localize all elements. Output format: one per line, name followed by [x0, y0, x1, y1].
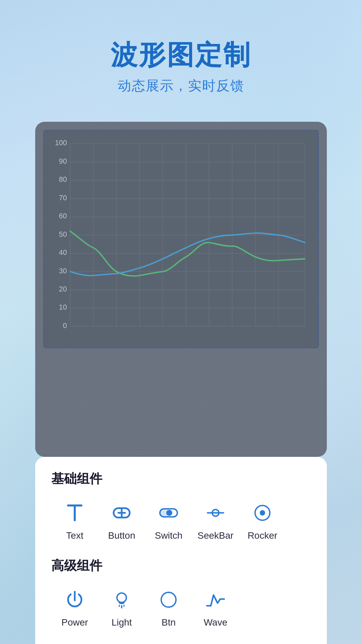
wave-icon: [202, 586, 229, 613]
component-button[interactable]: Button: [98, 499, 145, 541]
svg-text:90: 90: [59, 157, 67, 165]
button-label: Button: [108, 530, 135, 541]
basic-section-title: 基础组件: [51, 470, 311, 487]
subtitle: 动态展示，实时反馈: [111, 76, 251, 95]
text-icon: [61, 499, 88, 526]
component-btn[interactable]: Btn: [145, 586, 192, 628]
component-seekbar[interactable]: SeekBar: [192, 499, 239, 541]
component-switch[interactable]: Switch: [145, 499, 192, 541]
bottom-panel: 基础组件 Text Button: [35, 457, 327, 644]
text-label: Text: [66, 530, 83, 541]
button-icon: [108, 499, 135, 526]
chart-svg: 100 90 80 70 60 50 40 30 20 10 0: [51, 137, 311, 339]
btn-icon: [155, 586, 182, 613]
light-icon: [108, 586, 135, 613]
seekbar-icon: [202, 499, 229, 526]
component-text[interactable]: Text: [51, 499, 98, 541]
chart-inner: 100 90 80 70 60 50 40 30 20 10 0: [43, 130, 319, 348]
svg-text:20: 20: [59, 285, 67, 293]
svg-point-45: [260, 510, 265, 516]
component-wave[interactable]: Wave: [192, 586, 239, 628]
switch-label: Switch: [155, 530, 182, 541]
svg-point-41: [166, 510, 172, 516]
svg-text:10: 10: [59, 303, 67, 311]
rocker-label: Rocker: [248, 530, 278, 541]
power-icon: [61, 586, 88, 613]
component-light[interactable]: Light: [98, 586, 145, 628]
chart-card: 100 90 80 70 60 50 40 30 20 10 0: [35, 122, 327, 457]
wave-label: Wave: [204, 617, 228, 628]
svg-text:40: 40: [59, 249, 67, 257]
rocker-icon: [249, 499, 276, 526]
svg-point-47: [117, 593, 126, 602]
header: 波形图定制 动态展示，实时反馈: [111, 40, 251, 95]
advanced-component-row: Power Light Btn: [51, 586, 311, 628]
svg-point-51: [161, 592, 176, 607]
svg-text:100: 100: [55, 139, 67, 147]
svg-text:80: 80: [59, 175, 67, 183]
main-title: 波形图定制: [111, 40, 251, 70]
svg-rect-0: [51, 137, 311, 339]
light-label: Light: [112, 617, 132, 628]
component-power[interactable]: Power: [51, 586, 98, 628]
svg-text:30: 30: [59, 267, 67, 275]
svg-text:70: 70: [59, 194, 67, 202]
advanced-section-title: 高级组件: [51, 557, 311, 574]
basic-component-row: Text Button Switch: [51, 499, 311, 541]
svg-text:0: 0: [63, 322, 67, 330]
switch-icon: [155, 499, 182, 526]
component-rocker[interactable]: Rocker: [239, 499, 286, 541]
svg-text:60: 60: [59, 212, 67, 220]
btn-label: Btn: [162, 617, 176, 628]
power-label: Power: [61, 617, 88, 628]
seekbar-label: SeekBar: [197, 530, 233, 541]
svg-text:50: 50: [59, 230, 67, 238]
